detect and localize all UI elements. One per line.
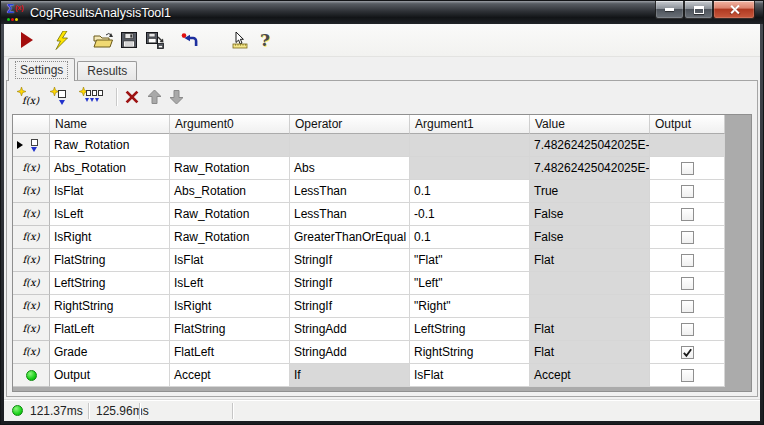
column-header-value[interactable]: Value: [530, 115, 650, 134]
grid-cell-output[interactable]: [650, 203, 725, 226]
grid-cell-op[interactable]: StringAdd: [290, 341, 410, 364]
grid-cell-op[interactable]: StringIf: [290, 272, 410, 295]
output-checkbox[interactable]: [681, 300, 694, 313]
row-header[interactable]: f(x): [13, 157, 50, 180]
output-checkbox[interactable]: [681, 277, 694, 290]
grid-cell-value[interactable]: Flat: [530, 341, 650, 364]
column-header-name[interactable]: Name: [50, 115, 170, 134]
grid-cell-op[interactable]: StringAdd: [290, 318, 410, 341]
move-up-button[interactable]: [148, 85, 161, 109]
row-header[interactable]: f(x): [13, 341, 50, 364]
grid-cell-output[interactable]: [650, 226, 725, 249]
grid-cell-arg0[interactable]: [170, 134, 290, 157]
maximize-button[interactable]: [684, 1, 713, 19]
grid-cell-output[interactable]: [650, 341, 725, 364]
grid-cell-output[interactable]: [650, 272, 725, 295]
grid-cell-op[interactable]: StringIf: [290, 249, 410, 272]
add-function-button[interactable]: f(x): [17, 85, 41, 109]
output-checkbox[interactable]: [681, 208, 694, 221]
grid-cell-value[interactable]: False: [530, 203, 650, 226]
grid-cell-arg1[interactable]: -0.1: [410, 203, 530, 226]
row-header[interactable]: f(x): [13, 318, 50, 341]
grid-cell-arg1[interactable]: IsFlat: [410, 364, 530, 387]
output-checkbox[interactable]: [681, 231, 694, 244]
grid-cell-arg0[interactable]: IsFlat: [170, 249, 290, 272]
grid-cell-arg0[interactable]: IsLeft: [170, 272, 290, 295]
grid-cell-arg1[interactable]: 0.1: [410, 226, 530, 249]
grid-cell-op[interactable]: StringIf: [290, 295, 410, 318]
grid-cell-name[interactable]: LeftString: [50, 272, 170, 295]
column-header-argument0[interactable]: Argument0: [170, 115, 290, 134]
grid-cell-arg1[interactable]: LeftString: [410, 318, 530, 341]
grid-cell-op[interactable]: If: [290, 364, 410, 387]
grid-cell-arg1[interactable]: [410, 134, 530, 157]
grid-cell-op[interactable]: Abs: [290, 157, 410, 180]
pointer-tool-button[interactable]: [226, 27, 252, 53]
grid-cell-value[interactable]: False: [530, 226, 650, 249]
grid-cell-name[interactable]: IsRight: [50, 226, 170, 249]
grid-cell-name[interactable]: IsFlat: [50, 180, 170, 203]
row-header[interactable]: f(x): [13, 295, 50, 318]
output-checkbox[interactable]: [681, 369, 694, 382]
save-as-button[interactable]: [142, 27, 168, 53]
grid-cell-arg0[interactable]: Raw_Rotation: [170, 157, 290, 180]
grid-cell-value[interactable]: Accept: [530, 364, 650, 387]
column-header-operator[interactable]: Operator: [290, 115, 410, 134]
grid-cell-op[interactable]: LessThan: [290, 180, 410, 203]
row-header[interactable]: f(x): [13, 203, 50, 226]
grid-cell-output[interactable]: [650, 157, 725, 180]
add-input-button[interactable]: [50, 85, 70, 109]
grid-cell-output[interactable]: [650, 134, 725, 157]
minimize-button[interactable]: [655, 1, 684, 19]
grid-cell-value[interactable]: 7.48262425042025E-0: [530, 134, 650, 157]
grid-cell-value[interactable]: [530, 272, 650, 295]
grid-cell-value[interactable]: True: [530, 180, 650, 203]
grid-cell-op[interactable]: GreaterThanOrEqual: [290, 226, 410, 249]
add-all-inputs-button[interactable]: [79, 85, 105, 109]
grid-cell-arg0[interactable]: Raw_Rotation: [170, 203, 290, 226]
grid-cell-output[interactable]: [650, 318, 725, 341]
grid-corner-header[interactable]: [13, 115, 50, 134]
help-button[interactable]: ?: [252, 27, 278, 53]
grid-cell-arg1[interactable]: "Flat": [410, 249, 530, 272]
column-header-output[interactable]: Output: [650, 115, 725, 134]
delete-button[interactable]: [125, 85, 139, 109]
grid-cell-value[interactable]: Flat: [530, 249, 650, 272]
run-continuous-button[interactable]: [48, 27, 74, 53]
grid-cell-arg0[interactable]: Abs_Rotation: [170, 180, 290, 203]
grid-cell-op[interactable]: [290, 134, 410, 157]
grid-cell-op[interactable]: LessThan: [290, 203, 410, 226]
tab-settings[interactable]: Settings: [8, 58, 75, 81]
output-checkbox[interactable]: [681, 254, 694, 267]
grid-cell-arg0[interactable]: Raw_Rotation: [170, 226, 290, 249]
row-header[interactable]: f(x): [13, 226, 50, 249]
run-button[interactable]: [14, 27, 40, 53]
tab-results[interactable]: Results: [77, 61, 137, 80]
grid-cell-output[interactable]: [650, 180, 725, 203]
row-header[interactable]: f(x): [13, 180, 50, 203]
grid-cell-arg1[interactable]: RightString: [410, 341, 530, 364]
close-button[interactable]: [713, 1, 755, 19]
grid-cell-arg0[interactable]: FlatString: [170, 318, 290, 341]
save-button[interactable]: [116, 27, 142, 53]
move-down-button[interactable]: [170, 85, 183, 109]
column-header-argument1[interactable]: Argument1: [410, 115, 530, 134]
grid-cell-value[interactable]: Flat: [530, 318, 650, 341]
grid-cell-name[interactable]: Grade: [50, 341, 170, 364]
grid-cell-arg1[interactable]: "Right": [410, 295, 530, 318]
grid-cell-output[interactable]: [650, 249, 725, 272]
output-checkbox[interactable]: [681, 162, 694, 175]
grid-cell-name[interactable]: Output: [50, 364, 170, 387]
grid-cell-output[interactable]: [650, 364, 725, 387]
grid-cell-arg1[interactable]: "Left": [410, 272, 530, 295]
grid-cell-value[interactable]: [530, 295, 650, 318]
output-checkbox[interactable]: [681, 346, 694, 359]
grid-cell-arg1[interactable]: 0.1: [410, 180, 530, 203]
row-header[interactable]: [13, 134, 50, 157]
output-checkbox[interactable]: [681, 323, 694, 336]
grid-cell-name[interactable]: RightString: [50, 295, 170, 318]
grid-cell-arg0[interactable]: Accept: [170, 364, 290, 387]
row-header[interactable]: f(x): [13, 249, 50, 272]
row-header[interactable]: f(x): [13, 272, 50, 295]
grid-cell-name[interactable]: FlatLeft: [50, 318, 170, 341]
